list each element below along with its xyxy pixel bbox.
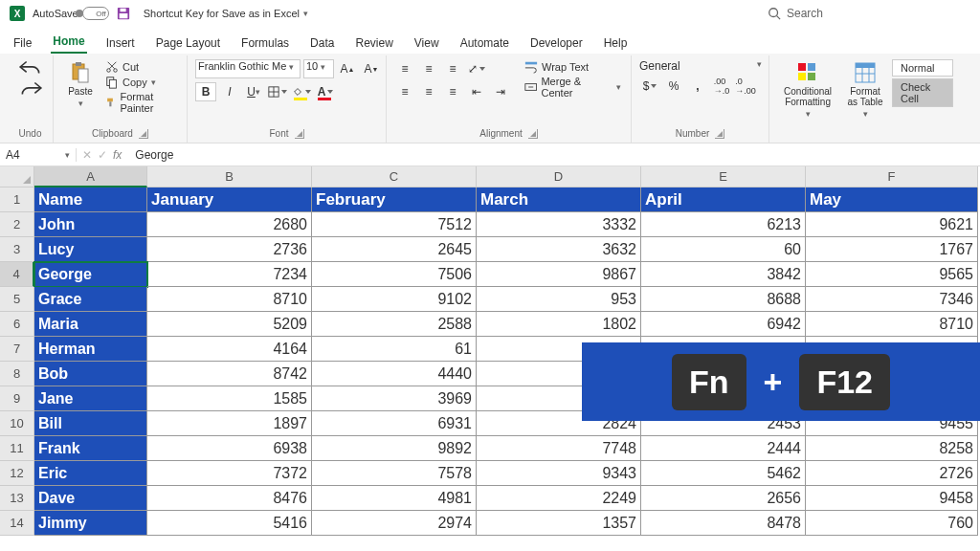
cell[interactable]: 7748 xyxy=(477,436,641,461)
increase-font-icon[interactable]: A▲ xyxy=(337,59,358,78)
font-size-combo[interactable]: 10 ▾ xyxy=(303,59,334,78)
cell[interactable]: 7578 xyxy=(312,461,477,486)
tab-home[interactable]: Home xyxy=(51,31,86,54)
undo-icon[interactable] xyxy=(18,59,43,77)
cell[interactable]: 6213 xyxy=(641,212,806,237)
tab-review[interactable]: Review xyxy=(353,33,394,54)
cell[interactable]: 7346 xyxy=(806,287,978,312)
style-normal[interactable]: Normal xyxy=(892,59,953,77)
name-box[interactable]: A4▾ xyxy=(0,148,77,162)
align-center-icon[interactable]: ≡ xyxy=(418,82,439,101)
format-as-table-button[interactable]: Format as Table▾ xyxy=(842,59,888,121)
cell[interactable]: Herman xyxy=(34,337,147,362)
cell[interactable]: Name xyxy=(34,187,147,212)
cell[interactable]: Jane xyxy=(34,386,147,411)
align-left-icon[interactable]: ≡ xyxy=(394,82,415,101)
cell[interactable]: Lucy xyxy=(34,237,147,262)
conditional-formatting-button[interactable]: Conditional Formatting▾ xyxy=(777,59,838,121)
cell[interactable]: 1767 xyxy=(806,237,978,262)
cell[interactable]: 5416 xyxy=(147,511,312,536)
cell[interactable]: January xyxy=(147,187,312,212)
tab-file[interactable]: File xyxy=(11,33,33,54)
underline-button[interactable]: U ▾ xyxy=(243,82,264,101)
cell[interactable]: 2656 xyxy=(641,486,806,511)
cell[interactable]: 3332 xyxy=(477,212,641,237)
align-right-icon[interactable]: ≡ xyxy=(442,82,463,101)
cut-button[interactable]: Cut xyxy=(103,59,179,75)
column-header[interactable]: C xyxy=(312,166,477,187)
align-middle-icon[interactable]: ≡ xyxy=(418,59,439,78)
cell[interactable]: 1585 xyxy=(147,386,312,411)
format-painter-button[interactable]: Format Painter xyxy=(103,90,179,115)
cell[interactable]: 9343 xyxy=(477,461,641,486)
increase-decimal-icon[interactable]: .00→.0 xyxy=(711,77,732,96)
tab-data[interactable]: Data xyxy=(308,33,336,54)
paste-button[interactable]: Paste▾ xyxy=(61,59,100,110)
cell[interactable]: 4981 xyxy=(312,486,477,511)
cell[interactable]: Frank xyxy=(34,436,147,461)
row-header[interactable]: 14 xyxy=(0,511,34,536)
dialog-launcher-icon[interactable] xyxy=(295,129,304,139)
enter-icon[interactable]: ✓ xyxy=(98,148,107,162)
row-header[interactable]: 7 xyxy=(0,337,34,362)
cell[interactable]: 3969 xyxy=(312,386,477,411)
cell[interactable]: April xyxy=(641,187,806,212)
font-name-combo[interactable]: Franklin Gothic Me ▾ xyxy=(195,59,301,78)
dialog-launcher-icon[interactable] xyxy=(528,129,538,139)
cell[interactable]: Dave xyxy=(34,486,147,511)
cell[interactable]: 60 xyxy=(641,237,806,262)
row-header[interactable]: 8 xyxy=(0,362,34,386)
cell[interactable]: March xyxy=(477,187,641,212)
increase-indent-icon[interactable]: ⇥ xyxy=(490,82,511,101)
percent-button[interactable]: % xyxy=(663,77,684,96)
cell[interactable]: 2645 xyxy=(312,237,477,262)
row-header[interactable]: 10 xyxy=(0,411,34,436)
cell[interactable]: 760 xyxy=(806,511,978,536)
cell[interactable]: 3632 xyxy=(477,237,641,262)
cell[interactable]: 2680 xyxy=(147,212,312,237)
cell[interactable]: 5209 xyxy=(147,312,312,337)
cell[interactable]: 2588 xyxy=(312,312,477,337)
cell[interactable]: 9621 xyxy=(806,212,978,237)
cell[interactable]: 5462 xyxy=(641,461,806,486)
fx-icon[interactable]: fx xyxy=(113,148,122,162)
cell[interactable]: Eric xyxy=(34,461,147,486)
row-header[interactable]: 2 xyxy=(0,212,34,237)
italic-button[interactable]: I xyxy=(219,82,240,101)
row-header[interactable]: 1 xyxy=(0,187,34,212)
tab-insert[interactable]: Insert xyxy=(104,33,137,54)
search-input[interactable]: Search xyxy=(760,5,970,22)
cell[interactable]: 7512 xyxy=(312,212,477,237)
copy-button[interactable]: Copy ▾ xyxy=(103,75,179,90)
toggle-off-icon[interactable]: Off xyxy=(82,7,109,20)
tab-automate[interactable]: Automate xyxy=(458,33,511,54)
cell[interactable]: 9102 xyxy=(312,287,477,312)
column-header[interactable]: A xyxy=(34,166,147,187)
redo-icon[interactable] xyxy=(18,80,43,98)
cell[interactable]: 7506 xyxy=(312,262,477,287)
cell[interactable]: 7234 xyxy=(147,262,312,287)
cancel-icon[interactable]: ✕ xyxy=(82,148,92,162)
cell[interactable]: 6942 xyxy=(641,312,806,337)
decrease-decimal-icon[interactable]: .0→.00 xyxy=(735,77,756,96)
merge-center-button[interactable]: Merge & Center ▾ xyxy=(523,75,623,99)
currency-button[interactable]: $ xyxy=(639,77,660,96)
tab-developer[interactable]: Developer xyxy=(528,33,585,54)
decrease-font-icon[interactable]: A▼ xyxy=(361,59,382,78)
cell[interactable]: May xyxy=(806,187,978,212)
cell[interactable]: 7372 xyxy=(147,461,312,486)
cell[interactable]: 9458 xyxy=(806,486,978,511)
cell[interactable]: 61 xyxy=(312,337,477,362)
cell[interactable]: 8258 xyxy=(806,436,978,461)
column-header[interactable]: E xyxy=(641,166,806,187)
tab-help[interactable]: Help xyxy=(602,33,630,54)
column-header[interactable]: D xyxy=(477,166,641,187)
dialog-launcher-icon[interactable] xyxy=(715,129,724,139)
cell[interactable]: Grace xyxy=(34,287,147,312)
fill-color-button[interactable] xyxy=(291,82,312,101)
document-title[interactable]: Shortcut Key for Save as in Excel ▾ xyxy=(144,8,308,19)
column-header[interactable]: B xyxy=(147,166,312,187)
cell-styles-gallery[interactable]: Normal Check Cell xyxy=(892,59,953,107)
cell[interactable]: 2726 xyxy=(806,461,978,486)
cell[interactable]: 3842 xyxy=(641,262,806,287)
